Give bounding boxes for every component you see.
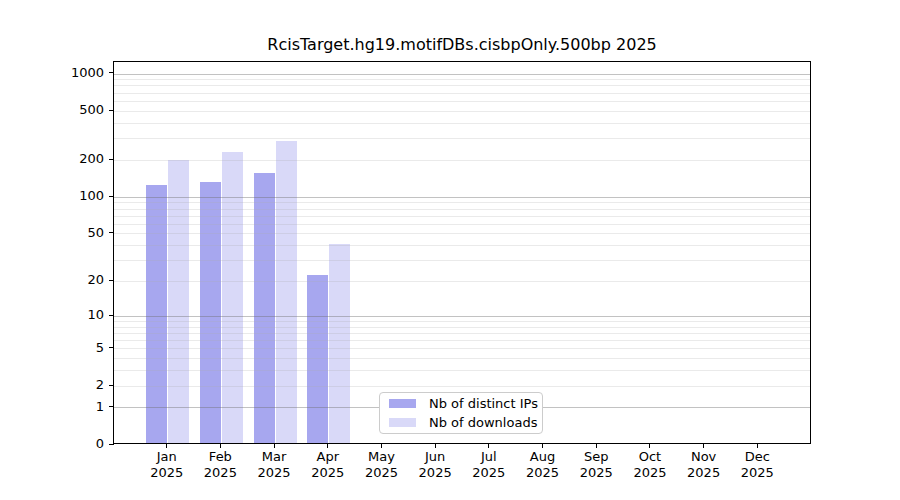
x-tick-label-oct: Oct2025: [622, 449, 678, 481]
x-tick-year: 2025: [139, 465, 195, 481]
bar-apr-downloads: [329, 244, 350, 443]
gridline-80: [114, 209, 810, 210]
x-tick-month: Apr: [300, 449, 356, 465]
gridline-90: [114, 202, 810, 203]
legend-swatch-downloads: [389, 418, 416, 427]
bar-mar-distinct-ips: [254, 173, 275, 443]
gridline-200: [114, 160, 810, 161]
x-tick-month: May: [353, 449, 409, 465]
x-tick-year: 2025: [461, 465, 517, 481]
x-tick-label-jul: Jul2025: [461, 449, 517, 481]
x-tick-year: 2025: [568, 465, 624, 481]
x-tick-month: Jun: [407, 449, 463, 465]
y-tick-label-100: 100: [0, 188, 104, 204]
gridline-500: [114, 111, 810, 112]
x-tick-month: Dec: [729, 449, 785, 465]
x-tick-year: 2025: [729, 465, 785, 481]
legend: Nb of distinct IPs Nb of downloads: [379, 392, 543, 434]
gridline-400: [114, 123, 810, 124]
x-tick-year: 2025: [407, 465, 463, 481]
x-tick-label-apr: Apr2025: [300, 449, 356, 481]
gridline-50: [114, 233, 810, 234]
x-tick-label-dec: Dec2025: [729, 449, 785, 481]
x-tick-month: Jan: [139, 449, 195, 465]
x-tick-label-nov: Nov2025: [676, 449, 732, 481]
x-tick-year: 2025: [246, 465, 302, 481]
x-tick-mark-oct: [649, 444, 650, 448]
gridline-6: [114, 340, 810, 341]
y-tick-label-1: 1: [0, 399, 104, 415]
x-tick-year: 2025: [515, 465, 571, 481]
gridline-1000: [114, 74, 810, 75]
y-tick-label-1000: 1000: [0, 65, 104, 81]
y-tick-mark-0: [109, 444, 114, 445]
gridline-700: [114, 93, 810, 94]
x-tick-month: Mar: [246, 449, 302, 465]
x-tick-month: Feb: [192, 449, 248, 465]
y-tick-label-5: 5: [0, 340, 104, 356]
plot-area: [113, 61, 811, 444]
gridline-8: [114, 327, 810, 328]
x-tick-year: 2025: [676, 465, 732, 481]
gridline-30: [114, 260, 810, 261]
legend-item-distinct-ips: Nb of distinct IPs: [389, 396, 533, 412]
y-tick-label-20: 20: [0, 272, 104, 288]
x-tick-mark-sep: [596, 444, 597, 448]
y-tick-label-50: 50: [0, 225, 104, 241]
x-tick-year: 2025: [353, 465, 409, 481]
x-tick-mark-may: [381, 444, 382, 448]
x-tick-label-may: May2025: [353, 449, 409, 481]
gridline-70: [114, 216, 810, 217]
y-tick-label-2: 2: [0, 377, 104, 393]
bar-feb-distinct-ips: [200, 182, 221, 443]
gridline-300: [114, 138, 810, 139]
x-tick-mark-jan: [166, 444, 167, 448]
x-tick-month: Nov: [676, 449, 732, 465]
x-tick-mark-mar: [274, 444, 275, 448]
gridline-60: [114, 224, 810, 225]
legend-swatch-distinct-ips: [389, 399, 416, 408]
legend-label-distinct-ips: Nb of distinct IPs: [429, 396, 538, 411]
gridline-5: [114, 348, 810, 349]
legend-label-downloads: Nb of downloads: [429, 415, 537, 430]
y-tick-label-200: 200: [0, 151, 104, 167]
x-tick-year: 2025: [192, 465, 248, 481]
x-tick-label-jun: Jun2025: [407, 449, 463, 481]
y-tick-label-0: 0: [0, 436, 104, 452]
legend-item-downloads: Nb of downloads: [389, 415, 533, 431]
x-tick-month: Oct: [622, 449, 678, 465]
gridline-2: [114, 386, 810, 387]
gridline-40: [114, 245, 810, 246]
gridline-10: [114, 316, 810, 317]
x-tick-mark-jun: [435, 444, 436, 448]
x-tick-label-jan: Jan2025: [139, 449, 195, 481]
gridline-900: [114, 79, 810, 80]
figure: RcisTarget.hg19.motifDBs.cisbpOnly.500bp…: [0, 0, 900, 500]
x-tick-label-feb: Feb2025: [192, 449, 248, 481]
bar-mar-downloads: [276, 141, 297, 443]
gridline-800: [114, 85, 810, 86]
gridline-7: [114, 333, 810, 334]
gridline-100: [114, 197, 810, 198]
x-tick-mark-nov: [703, 444, 704, 448]
chart-title: RcisTarget.hg19.motifDBs.cisbpOnly.500bp…: [113, 35, 811, 55]
x-tick-label-aug: Aug2025: [515, 449, 571, 481]
x-tick-year: 2025: [622, 465, 678, 481]
x-tick-mark-dec: [757, 444, 758, 448]
gridline-3: [114, 370, 810, 371]
x-tick-year: 2025: [300, 465, 356, 481]
gridline-20: [114, 281, 810, 282]
x-tick-mark-aug: [542, 444, 543, 448]
x-tick-label-sep: Sep2025: [568, 449, 624, 481]
gridline-600: [114, 101, 810, 102]
y-tick-label-10: 10: [0, 307, 104, 323]
gridline-4: [114, 358, 810, 359]
x-tick-label-mar: Mar2025: [246, 449, 302, 481]
gridline-9: [114, 321, 810, 322]
x-tick-month: Jul: [461, 449, 517, 465]
x-tick-mark-jul: [488, 444, 489, 448]
y-tick-label-500: 500: [0, 102, 104, 118]
x-tick-mark-apr: [327, 444, 328, 448]
x-tick-month: Sep: [568, 449, 624, 465]
x-tick-mark-feb: [220, 444, 221, 448]
